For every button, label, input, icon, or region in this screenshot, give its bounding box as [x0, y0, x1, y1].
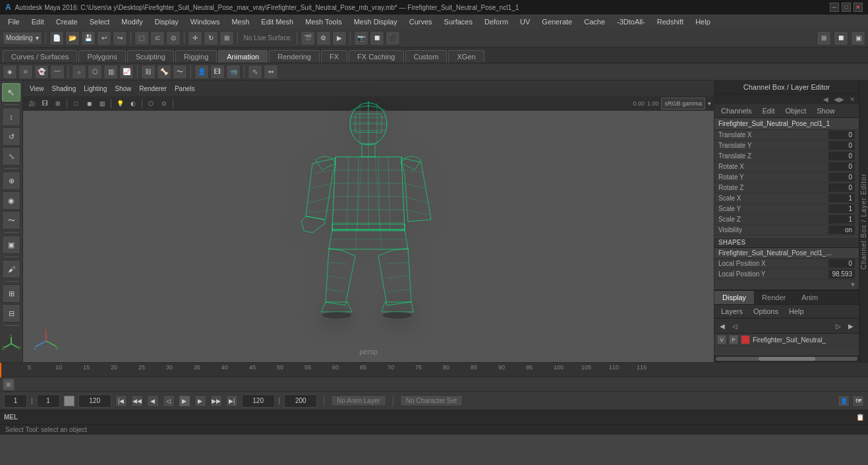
- cb-menu-show[interactable]: Show: [813, 106, 839, 116]
- cb-menu-object[interactable]: Object: [781, 106, 810, 116]
- trax-btn[interactable]: 🎞: [210, 65, 225, 79]
- tab-rendering[interactable]: Rendering: [269, 50, 320, 63]
- timeline-icon[interactable]: ⊞: [3, 379, 14, 390]
- camera-tools-btn[interactable]: ⊟: [2, 304, 20, 323]
- channel-local-pos-x[interactable]: Local Position X 0: [714, 259, 859, 269]
- show-manip-btn[interactable]: ▣: [2, 235, 20, 254]
- menu-windows[interactable]: Windows: [185, 16, 225, 27]
- help-menu[interactable]: Help: [785, 306, 808, 317]
- layer-playback-btn[interactable]: P: [729, 335, 738, 344]
- vp-view-menu[interactable]: View: [27, 84, 47, 94]
- play-fwd-btn[interactable]: ▶: [179, 395, 190, 407]
- motion-trail-btn[interactable]: ⬁: [248, 65, 262, 79]
- channel-local-pos-y[interactable]: Local Position Y 98.593: [714, 269, 859, 280]
- select-tool-btn[interactable]: ⬚: [134, 31, 149, 46]
- vp-light-btn[interactable]: 💡: [114, 98, 126, 109]
- menu-mesh-tools[interactable]: Mesh Tools: [300, 16, 347, 27]
- layer-item[interactable]: V P Firefighter_Suit_Neutral_: [714, 334, 859, 346]
- channel-rotate-z[interactable]: Rotate Z 0: [714, 183, 859, 193]
- scale-btn[interactable]: ⊞: [219, 31, 234, 46]
- open-scene-btn[interactable]: 📂: [65, 31, 80, 46]
- cb-menu-edit[interactable]: Edit: [758, 106, 778, 116]
- channel-translate-y-value[interactable]: 0: [828, 141, 855, 150]
- channel-scale-y[interactable]: Scale Y 1: [714, 204, 859, 214]
- channel-rotate-y[interactable]: Rotate Y 0: [714, 172, 859, 183]
- vp-texture-btn[interactable]: ▨: [96, 98, 108, 109]
- menu-cache[interactable]: Cache: [579, 16, 610, 27]
- play-start-input[interactable]: [37, 394, 60, 408]
- viewport[interactable]: View Shading Lighting Show Renderer Pane…: [23, 80, 714, 362]
- anim-tab[interactable]: Anim: [794, 291, 826, 304]
- menu-curves[interactable]: Curves: [404, 16, 438, 27]
- cb-menu-channels[interactable]: Channels: [717, 106, 755, 116]
- vp-lighting-menu[interactable]: Lighting: [81, 84, 109, 94]
- grid-btn[interactable]: ⊞: [817, 31, 831, 46]
- minimize-button[interactable]: ─: [830, 3, 839, 12]
- timeline-ruler[interactable]: 5 10 15 20 25 30 35 40 45 50 55 60 65 70…: [0, 363, 868, 377]
- options-menu[interactable]: Options: [749, 306, 782, 317]
- move-btn[interactable]: ✛: [188, 31, 202, 46]
- ipr-render-btn[interactable]: ▶: [332, 31, 347, 46]
- render-settings-btn[interactable]: ⚙: [316, 31, 331, 46]
- menu-edit[interactable]: Edit: [26, 16, 49, 27]
- vp-shadow-btn[interactable]: ◐: [127, 98, 139, 109]
- anim-set-key-btn[interactable]: ⬦: [72, 65, 86, 79]
- layer-scroll[interactable]: [714, 356, 859, 362]
- redo-btn[interactable]: ↪: [113, 31, 127, 46]
- menu-edit-mesh[interactable]: Edit Mesh: [256, 16, 299, 27]
- retarget-btn[interactable]: ↭: [264, 65, 278, 79]
- vp-xray-btn[interactable]: ⬡: [145, 98, 157, 109]
- channel-translate-z-value[interactable]: 0: [828, 152, 855, 160]
- attribute-editor-tab[interactable]: Channel Box / Layer Editor: [859, 80, 868, 362]
- menu-3dto-all[interactable]: -3DtoAll-: [612, 16, 651, 27]
- channel-scale-x[interactable]: Scale X 1: [714, 193, 859, 204]
- channel-translate-z[interactable]: Translate Z 0: [714, 151, 859, 162]
- universal-manipulator-btn[interactable]: ⊕: [2, 171, 20, 190]
- camera2-btn[interactable]: 📹: [226, 65, 241, 79]
- display-tab[interactable]: Display: [714, 291, 754, 304]
- anim-dope-btn[interactable]: ▥: [103, 65, 118, 79]
- play-end-input[interactable]: [78, 394, 111, 408]
- xray-btn[interactable]: 🔲: [370, 31, 384, 46]
- play-back-btn[interactable]: ◁: [163, 395, 175, 407]
- playhead[interactable]: [0, 363, 1, 377]
- vp-shading-menu[interactable]: Shading: [49, 84, 79, 94]
- vp-renderer-menu[interactable]: Renderer: [136, 84, 169, 94]
- cb-resize-right[interactable]: ◀▶: [832, 96, 846, 103]
- layer-next-btn[interactable]: ▷: [833, 321, 844, 331]
- region-select-btn[interactable]: ⊞: [2, 284, 20, 303]
- go-end-btn[interactable]: ▶|: [226, 395, 238, 407]
- maximize-button[interactable]: □: [842, 3, 851, 12]
- menu-redshift[interactable]: Redshift: [652, 16, 689, 27]
- menu-help[interactable]: Help: [690, 16, 716, 27]
- layers-menu[interactable]: Layers: [717, 306, 747, 317]
- anim-path-btn[interactable]: 〰: [50, 65, 65, 79]
- channel-local-pos-x-value[interactable]: 0: [828, 259, 855, 268]
- vp-show-menu[interactable]: Show: [112, 84, 134, 94]
- vp-iso-btn[interactable]: ⊙: [158, 98, 170, 109]
- tab-polygons[interactable]: Polygons: [78, 50, 125, 63]
- menu-create[interactable]: Create: [51, 16, 83, 27]
- channel-visibility[interactable]: Visibility on: [714, 225, 859, 235]
- outline-btn[interactable]: ⬛: [386, 31, 400, 46]
- move-tool-left-btn[interactable]: ↕: [2, 108, 20, 126]
- script-icon[interactable]: 📋: [856, 414, 864, 421]
- scroll-bar[interactable]: [716, 357, 857, 361]
- vp-camera-btn[interactable]: 🎥: [26, 98, 38, 109]
- vp-grid-btn[interactable]: ⊞: [52, 98, 64, 109]
- menu-mesh[interactable]: Mesh: [226, 16, 254, 27]
- menu-file[interactable]: File: [3, 16, 25, 27]
- anim-layer-dropdown[interactable]: No Anim Layer: [331, 395, 386, 406]
- cb-close[interactable]: ✕: [848, 96, 856, 103]
- channel-translate-x-value[interactable]: 0: [828, 131, 855, 139]
- tab-fx[interactable]: FX: [321, 50, 347, 63]
- anim-key-btn[interactable]: ◈: [3, 65, 17, 79]
- channel-rotate-x-value[interactable]: 0: [828, 162, 855, 171]
- camera-btn[interactable]: 📷: [354, 31, 368, 46]
- channel-rotate-x[interactable]: Rotate X 0: [714, 162, 859, 172]
- gamma-arrow[interactable]: ▾: [708, 100, 711, 107]
- rotate-btn[interactable]: ↻: [204, 31, 218, 46]
- channel-scale-y-value[interactable]: 1: [828, 204, 855, 213]
- anim-graph-btn[interactable]: 📈: [119, 65, 134, 79]
- new-scene-btn[interactable]: 📄: [49, 31, 64, 46]
